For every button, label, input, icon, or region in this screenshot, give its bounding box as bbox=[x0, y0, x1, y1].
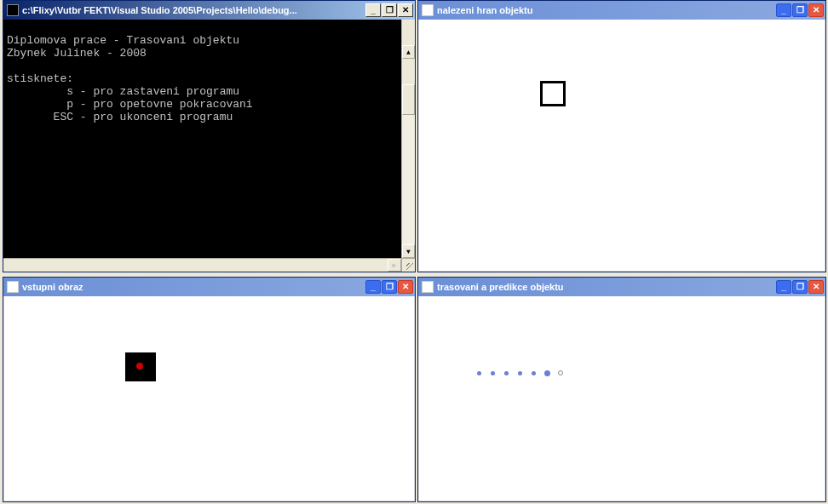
detected-edge-rect bbox=[540, 81, 566, 106]
window-controls: _ ❐ ✕ bbox=[365, 3, 413, 17]
window-icon bbox=[422, 281, 434, 293]
close-button[interactable]: ✕ bbox=[398, 3, 413, 17]
track-canvas bbox=[418, 296, 825, 501]
input-window: vstupni obraz _ ❐ ✕ bbox=[3, 277, 416, 502]
console-line: stisknete: bbox=[7, 72, 73, 85]
scroll-down-button[interactable]: ▼ bbox=[402, 244, 415, 258]
console-line: ESC - pro ukonceni programu bbox=[7, 111, 233, 123]
console-titlebar[interactable]: c:\Flixy\Vutbr FEKT\Visual Studio 2005\P… bbox=[3, 1, 415, 20]
console-title: c:\Flixy\Vutbr FEKT\Visual Studio 2005\P… bbox=[22, 5, 365, 15]
window-icon bbox=[7, 281, 19, 293]
console-line: s - pro zastaveni programu bbox=[7, 85, 239, 98]
edges-titlebar[interactable]: nalezeni hran objektu _ ❐ ✕ bbox=[418, 1, 825, 20]
trajectory-current bbox=[544, 370, 550, 376]
window-controls: _ ❐ ✕ bbox=[365, 280, 413, 294]
resize-grip[interactable] bbox=[401, 258, 415, 272]
input-object-center-dot bbox=[136, 363, 143, 369]
track-titlebar[interactable]: trasovani a predikce objektu _ ❐ ✕ bbox=[418, 278, 825, 296]
console-icon bbox=[7, 4, 19, 16]
trajectory-point bbox=[532, 371, 536, 375]
input-titlebar[interactable]: vstupni obraz _ ❐ ✕ bbox=[3, 278, 415, 296]
maximize-button[interactable]: ❐ bbox=[382, 280, 397, 294]
maximize-button[interactable]: ❐ bbox=[382, 3, 397, 17]
window-controls: _ ❐ ✕ bbox=[776, 3, 824, 17]
minimize-button[interactable]: _ bbox=[365, 280, 381, 294]
trajectory-prediction bbox=[558, 370, 563, 375]
scroll-right-button[interactable]: ▶ bbox=[388, 259, 401, 272]
minimize-button[interactable]: _ bbox=[776, 3, 791, 17]
track-window: trasovani a predikce objektu _ ❐ ✕ bbox=[417, 277, 826, 502]
scroll-up-button[interactable]: ▲ bbox=[402, 45, 415, 59]
input-title: vstupni obraz bbox=[22, 282, 365, 292]
window-icon bbox=[422, 4, 434, 16]
close-button[interactable]: ✕ bbox=[398, 280, 413, 294]
console-output: Diplomova prace - Trasovani objektu Zbyn… bbox=[3, 20, 415, 272]
close-button[interactable]: ✕ bbox=[808, 280, 824, 294]
horizontal-scrollbar[interactable]: ◀ ▶ bbox=[3, 258, 401, 272]
close-button[interactable]: ✕ bbox=[808, 3, 824, 17]
console-line: Diplomova prace - Trasovani objektu bbox=[7, 34, 239, 47]
track-title: trasovani a predikce objektu bbox=[437, 282, 776, 292]
edges-window: nalezeni hran objektu _ ❐ ✕ bbox=[417, 0, 826, 272]
trajectory-point bbox=[518, 371, 522, 375]
vertical-scrollbar[interactable]: ▲ ▼ bbox=[401, 20, 415, 258]
edges-title: nalezeni hran objektu bbox=[437, 5, 776, 15]
maximize-button[interactable]: ❐ bbox=[792, 3, 808, 17]
scroll-thumb[interactable] bbox=[402, 84, 415, 115]
minimize-button[interactable]: _ bbox=[365, 3, 381, 17]
console-line: p - pro opetovne pokracovani bbox=[7, 98, 253, 111]
scroll-track[interactable] bbox=[402, 84, 415, 272]
trajectory-point bbox=[504, 371, 509, 375]
window-controls: _ ❐ ✕ bbox=[776, 280, 824, 294]
trajectory-point bbox=[477, 371, 481, 375]
minimize-button[interactable]: _ bbox=[776, 280, 791, 294]
trajectory-point bbox=[491, 371, 495, 375]
maximize-button[interactable]: ❐ bbox=[792, 280, 808, 294]
input-canvas bbox=[3, 296, 415, 501]
console-line: Zbynek Julinek - 2008 bbox=[7, 47, 147, 60]
edges-canvas bbox=[418, 20, 825, 272]
console-window: c:\Flixy\Vutbr FEKT\Visual Studio 2005\P… bbox=[3, 0, 416, 272]
